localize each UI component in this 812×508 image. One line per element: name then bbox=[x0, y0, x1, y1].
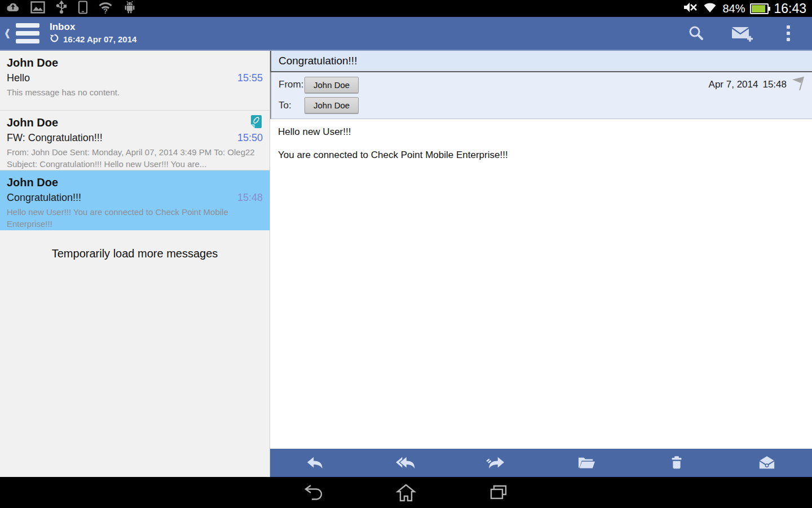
message-snippet: From: John Doe Sent: Monday, April 07, 2… bbox=[7, 146, 263, 170]
forward-icon[interactable] bbox=[451, 449, 541, 477]
list-item[interactable]: John Doe Hello 15:55 This message has no… bbox=[0, 51, 270, 111]
list-empty-area bbox=[0, 277, 270, 477]
wifi-icon bbox=[703, 1, 717, 16]
search-icon[interactable] bbox=[680, 20, 712, 47]
message-sender: John Doe bbox=[7, 176, 263, 189]
app-bar: ‹ Inbox 16:42 Apr 07, 2014 bbox=[0, 17, 812, 51]
list-item-selected[interactable]: John Doe Congratulation!!! 15:48 Hello n… bbox=[0, 170, 270, 230]
reading-pane: Congratulation!!! From: John Doe Apr 7, … bbox=[270, 51, 812, 477]
list-item[interactable]: John Doe FW: Congratulation!!! 15:50 Fro… bbox=[0, 111, 270, 170]
refresh-icon bbox=[50, 33, 59, 45]
app-bar-title-block[interactable]: Inbox 16:42 Apr 07, 2014 bbox=[50, 22, 136, 45]
mail-time: 15:48 bbox=[762, 79, 787, 90]
status-bar-system-icons: 84% 16:43 bbox=[683, 1, 806, 16]
mail-body-line: You are connected to Check Point Mobile … bbox=[278, 150, 804, 161]
load-more-button[interactable]: Temporarily load more messages bbox=[0, 230, 270, 277]
menu-icon[interactable] bbox=[14, 21, 42, 46]
overflow-icon[interactable] bbox=[773, 20, 804, 47]
message-time: 15:48 bbox=[237, 192, 263, 204]
message-sender: John Doe bbox=[7, 56, 263, 69]
message-sender: John Doe bbox=[7, 116, 263, 129]
message-subject: Congratulation!!! bbox=[7, 192, 81, 204]
wifi-question-icon: ? bbox=[98, 1, 113, 16]
to-label: To: bbox=[279, 100, 304, 111]
delete-icon[interactable] bbox=[632, 449, 722, 477]
reply-icon[interactable] bbox=[270, 449, 360, 477]
message-time: 15:55 bbox=[237, 72, 263, 84]
mark-unread-icon[interactable] bbox=[722, 449, 812, 477]
svg-text:?: ? bbox=[103, 7, 108, 14]
message-snippet: This message has no content. bbox=[7, 86, 263, 98]
back-chevron-icon[interactable]: ‹ bbox=[5, 20, 10, 44]
folder-icon[interactable] bbox=[541, 449, 632, 477]
home-icon[interactable] bbox=[389, 479, 423, 506]
system-nav-bar bbox=[0, 477, 812, 508]
message-subject: FW: Congratulation!!! bbox=[7, 132, 103, 144]
mail-date: Apr 7, 2014 bbox=[709, 79, 758, 90]
mute-icon bbox=[683, 1, 698, 16]
status-bar-notification-icons: ? bbox=[6, 1, 136, 16]
page-title: Inbox bbox=[50, 22, 136, 33]
mail-action-toolbar bbox=[270, 449, 812, 477]
sync-time: 16:42 Apr 07, 2014 bbox=[63, 34, 136, 44]
status-clock: 16:43 bbox=[774, 2, 806, 15]
recents-icon[interactable] bbox=[482, 479, 515, 506]
from-contact-chip[interactable]: John Doe bbox=[304, 77, 359, 93]
to-contact-chip[interactable]: John Doe bbox=[304, 97, 359, 113]
tablet-icon bbox=[78, 1, 88, 16]
message-subject: Hello bbox=[7, 72, 30, 84]
attachment-icon bbox=[251, 115, 262, 130]
android-icon bbox=[123, 1, 136, 16]
back-icon[interactable] bbox=[297, 479, 330, 506]
battery-percent: 84% bbox=[722, 3, 745, 14]
mail-header: From: John Doe Apr 7, 2014 15:48 To: Joh… bbox=[270, 72, 812, 119]
status-bar: ? 84% 16:43 bbox=[0, 0, 812, 17]
flag-icon[interactable] bbox=[791, 76, 805, 93]
message-snippet: Hello new User!!! You are connected to C… bbox=[7, 206, 263, 230]
message-list: John Doe Hello 15:55 This message has no… bbox=[0, 51, 270, 477]
usb-icon bbox=[55, 1, 68, 16]
compose-icon[interactable] bbox=[726, 20, 758, 47]
from-label: From: bbox=[279, 79, 304, 90]
reply-all-icon[interactable] bbox=[360, 449, 451, 477]
gallery-icon bbox=[30, 1, 45, 16]
message-time: 15:50 bbox=[237, 132, 263, 144]
mail-body: Hello new User!!! You are connected to C… bbox=[270, 119, 812, 449]
battery-icon bbox=[750, 3, 769, 14]
tablet-screen: ? 84% 16:43 ‹ Inbox bbox=[0, 0, 812, 508]
mail-subject: Congratulation!!! bbox=[270, 51, 812, 72]
mail-body-line: Hello new User!!! bbox=[278, 126, 804, 138]
cloud-upload-icon bbox=[6, 1, 20, 16]
